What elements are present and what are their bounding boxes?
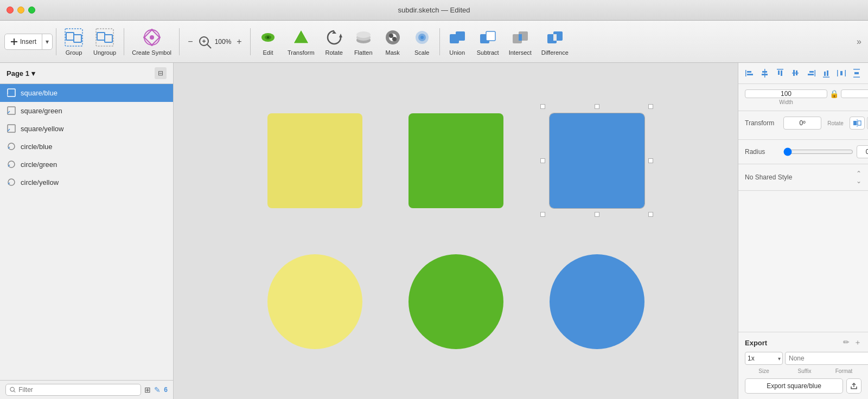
insert-main[interactable]: Insert [5,34,42,49]
layer-item-square-blue[interactable]: square/blue [0,84,173,102]
layer-icon-square-green [7,106,16,115]
layer-item-square-yellow[interactable]: square/yellow [0,120,173,138]
distribute-v-button[interactable] [851,67,863,79]
layer-icon-circle-blue [7,141,16,151]
svg-point-32 [389,34,393,38]
layer-icon-square-blue [7,88,16,98]
radius-slider[interactable] [783,147,853,156]
scale-button[interactable]: Scale [408,24,436,59]
zoom-value[interactable]: 100% [213,38,233,46]
align-center-h-button[interactable] [759,67,771,79]
svg-point-29 [356,31,371,38]
filter-input[interactable] [18,386,137,394]
difference-icon [545,28,565,47]
shared-style-chevron[interactable]: ⌃⌄ [856,170,861,185]
shared-style-section: No Shared Style ⌃⌄ [738,164,868,191]
flip-horizontal-button[interactable] [850,117,865,130]
shape-circle-green[interactable] [401,247,510,356]
page-selector[interactable]: Page 1 ▾ [7,69,35,78]
layer-item-circle-blue[interactable]: circle/blue [0,138,173,156]
ungroup-button[interactable]: Ungroup [89,24,120,59]
rotate-input[interactable]: 0º [783,117,821,130]
width-col: 100 Width [745,89,827,105]
edit-button[interactable]: Edit [254,24,282,59]
shape-square-green[interactable] [401,106,510,215]
transform-label: Transform [288,49,315,56]
shape-circle-blue[interactable] [542,247,651,356]
export-main-button[interactable]: Export square/blue [745,378,843,394]
edit-export-icon[interactable]: ✏ [843,338,850,347]
close-button[interactable] [7,7,14,14]
rotate-button[interactable]: Rotate [320,24,348,59]
subtract-button[interactable]: Subtract [473,24,503,59]
yellow-square [267,113,362,208]
layer-item-circle-yellow[interactable]: circle/yellow [0,173,173,191]
svg-rect-85 [853,121,857,125]
export-suffix-input[interactable] [785,352,868,365]
svg-point-59 [10,387,14,391]
add-export-icon[interactable]: ＋ [854,338,861,347]
export-share-button[interactable] [846,378,861,394]
mask-button[interactable]: Mask [379,24,407,59]
minimize-button[interactable] [17,7,24,14]
layer-icon-circle-yellow [7,177,16,187]
layer-icon-square-yellow [7,124,16,133]
svg-point-36 [420,36,424,39]
distribute-h-button[interactable] [835,67,847,79]
ungroup-icon [95,28,114,47]
lock-icon[interactable]: 🔒 [829,89,839,98]
width-input[interactable]: 100 [745,89,827,98]
svg-rect-75 [808,74,814,75]
svg-rect-49 [8,107,15,114]
sidebar-expand-button[interactable]: ⊟ [155,67,167,79]
export-section: Export ✏ ＋ 1x ▾ P [738,332,868,399]
insert-layer-icon[interactable]: ⊞ [144,385,151,394]
align-bottom-button[interactable] [820,67,832,79]
insert-button[interactable]: Insert ▾ [4,34,53,50]
group-button[interactable]: Group [60,24,88,59]
transform-button[interactable]: Transform [283,24,319,59]
shape-circle-yellow[interactable] [260,247,369,356]
layer-item-square-green[interactable]: square/green [0,102,173,120]
flatten-button[interactable]: Flatten [349,24,378,59]
align-right-button[interactable] [805,67,817,79]
edit-layer-icon[interactable]: ✎ [154,385,161,394]
svg-rect-6 [105,35,112,42]
export-size-label: Size [745,368,783,374]
create-symbol-button[interactable]: Create Symbol [127,24,176,59]
ungroup-label: Ungroup [93,49,116,56]
svg-rect-82 [853,69,860,70]
selection-handle-bl [540,212,545,217]
difference-button[interactable]: Difference [537,24,573,59]
zoom-out-button[interactable]: − [185,36,196,47]
more-toolbar-button[interactable]: » [857,37,861,47]
export-format-label: Format [826,368,861,374]
svg-rect-79 [837,70,838,76]
sidebar-footer: ⊞ ✎ 6 [0,380,173,399]
export-labels: Size Suffix Format [745,368,861,374]
height-input[interactable]: 100 [841,89,868,98]
canvas[interactable] [174,63,738,399]
shape-square-blue[interactable] [542,106,651,215]
layer-item-circle-green[interactable]: circle/green [0,156,173,173]
radius-input[interactable]: 0 [857,145,868,158]
maximize-button[interactable] [28,7,35,14]
align-middle-v-button[interactable] [789,67,801,79]
align-left-button[interactable] [744,67,756,79]
union-button[interactable]: Union [443,24,471,59]
svg-marker-25 [339,34,342,37]
svg-marker-21 [293,30,309,43]
share-icon [850,382,858,390]
insert-dropdown-arrow[interactable]: ▾ [42,34,52,49]
main-area: Page 1 ▾ ⊟ square/blue [0,63,868,399]
svg-rect-81 [840,71,843,75]
canvas-content [239,85,673,377]
intersect-button[interactable]: Intersect [505,24,536,59]
zoom-in-button[interactable]: + [234,36,245,47]
align-top-button[interactable] [774,67,786,79]
svg-rect-40 [486,31,495,41]
shape-square-yellow[interactable] [260,106,369,215]
layer-name-square-yellow: square/yellow [21,125,64,133]
export-suffix-label: Suffix [785,368,824,374]
export-size-select[interactable]: 1x [745,352,783,365]
